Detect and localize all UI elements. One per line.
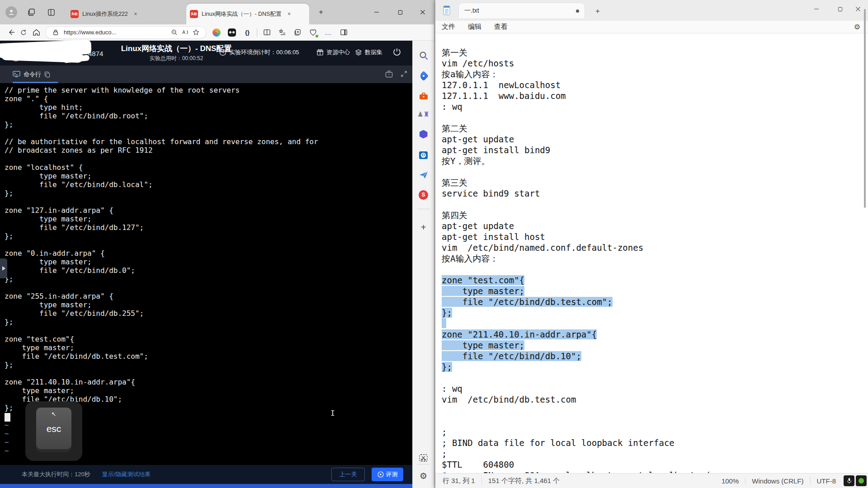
notepad-scrollbar[interactable] [864,9,866,208]
countdown-item: 实验环境倒计时：00:06:05 [219,48,299,56]
line-ending: Windows (CRLF) [745,477,810,485]
educoder-header: 4874 Linux网络实战（一）- DNS配置 实验总用时：00:00:52 … [0,41,412,66]
s-badge-icon[interactable]: S [417,188,430,202]
terminal-body: // prime the server with knowledge of th… [5,86,412,455]
notepad-line: file "/etc/bind/db.test.com"; [442,296,868,307]
dataset-icon [355,49,362,56]
games-icon[interactable]: ♟♜ [417,108,430,121]
tab-actions-icon[interactable] [45,6,57,18]
maximize-button[interactable] [393,5,407,19]
more-menu-icon[interactable]: … [321,26,335,39]
read-aloud-icon[interactable]: A [179,27,190,38]
terminal-tab[interactable]: 命令行 [13,66,50,83]
dataset-label: 数据集 [365,48,382,56]
terminal-line: }; [5,120,412,129]
workstation-number: 4874 [88,50,103,57]
shopping-icon[interactable] [417,69,430,83]
notepad-line: 第二关 [442,123,868,134]
notepad-content[interactable]: 第一关vim /etc/hosts按a输入内容：127.0.1.1 newLoc… [435,33,868,473]
add-icon[interactable]: + [417,221,430,234]
notepad-line [442,372,868,383]
terminal-line: type master; [5,172,412,180]
copy-icon[interactable] [44,71,50,78]
settings-icon[interactable]: ⚙ [417,469,430,483]
countdown-text: 实验环境倒计时：00:06:05 [229,48,299,56]
toolbox-panel-icon[interactable] [385,70,393,78]
esc-label: esc [36,421,71,436]
toggle-results-link[interactable]: 显示/隐藏测试结果 [102,470,151,479]
microsoft365-icon[interactable] [417,127,430,141]
web-capture-icon[interactable] [417,451,430,465]
favorite-star-icon[interactable] [190,27,201,38]
notepad-minimize-button[interactable] [806,0,827,18]
sidebar-toggle-icon[interactable] [337,26,350,39]
notepad-tab[interactable]: 一.txt [459,3,585,19]
notepad-line: 第三关 [442,177,868,188]
url-text[interactable]: https://www.educo... [64,29,169,36]
prev-level-button[interactable]: 上一关 [331,468,365,481]
close-button[interactable] [416,5,429,19]
notepad-line: : wq [442,101,868,112]
tab-close-icon[interactable]: × [132,10,140,18]
terminal-line [5,369,412,378]
menu-file[interactable]: 文件 [435,23,462,31]
tab-linux-os[interactable]: 头歌 Linux操作系统222 × [67,4,184,24]
lock-icon[interactable] [50,27,61,38]
new-tab-button[interactable]: + [316,7,326,18]
notepad-titlebar: 一.txt + [435,0,868,21]
menu-edit[interactable]: 编辑 [462,23,488,31]
recording-indicator-icon[interactable] [856,475,867,486]
terminal-line [5,326,412,335]
dark-extension-icon[interactable] [225,26,239,39]
search-icon[interactable] [417,49,430,62]
notepad-app-icon [443,5,451,15]
edge-sidebar: ♟♜ O S + ⚙ [412,41,434,488]
home-icon[interactable] [30,26,42,39]
toolbox-icon[interactable] [417,89,430,103]
zoom-out-icon[interactable] [169,27,179,38]
terminal-line: file "/etc/bind/db.root"; [5,112,412,120]
browser-window: 头歌 Linux操作系统222 × 头歌 Linux网络实战（一）- DNS配置… [0,0,434,488]
panel-expander-button[interactable] [0,258,7,278]
unsaved-dot-icon [576,9,579,13]
notepad-line: 按A输入内容： [442,253,868,264]
mic-indicator-icon[interactable] [844,475,854,486]
notepad-tab-title: 一.txt [464,7,479,15]
address-bar[interactable]: https://www.educo... A [45,26,206,39]
educoder-favicon: 头歌 [190,10,198,18]
notepad-line: ; BIND data file for local loopback inte… [442,437,868,448]
esc-keycap: ↖ esc [36,408,71,449]
dataset-button[interactable]: 数据集 [355,48,382,56]
outlook-icon[interactable]: O [417,148,430,162]
sidebar-divider [417,209,430,209]
menu-view[interactable]: 查看 [488,23,514,31]
notepad-line: vim /etc/bind/named.conf.default-zones [442,242,868,253]
power-button[interactable] [392,47,401,56]
fullscreen-icon[interactable] [401,70,407,77]
collections-icon[interactable] [291,26,304,39]
weather-extension-icon[interactable] [210,26,223,39]
back-icon[interactable] [5,26,17,39]
resource-center-button[interactable]: 资源中心 [316,48,350,56]
profile-avatar[interactable] [5,6,17,18]
evaluate-button[interactable]: 评测 [372,468,403,481]
notepad-line: service bind9 start [442,188,868,199]
terminal-line: zone "255.in-addr.arpa" { [5,292,412,300]
braces-extension-icon[interactable]: {} [241,26,254,39]
notepad-line [442,318,868,329]
minimize-button[interactable] [370,5,383,19]
workspaces-icon[interactable] [25,6,37,18]
notepad-new-tab-button[interactable]: + [593,6,603,16]
zoom-level[interactable]: 100% [715,477,745,485]
tab-close-icon[interactable]: × [285,10,293,18]
tab-dns-config[interactable]: 头歌 Linux网络实战（一）- DNS配置 × [186,4,309,24]
drop-icon[interactable] [417,168,430,182]
split-screen-icon[interactable] [260,26,274,39]
notepad-settings-icon[interactable]: ⚙ [854,23,860,31]
terminal-line: zone "." { [5,94,412,103]
refresh-icon[interactable] [17,26,30,39]
notepad-line: 127.1.1.1 www.baidu.com [442,90,868,101]
favorites-list-icon[interactable] [275,26,289,39]
browser-essentials-icon[interactable] [306,26,320,39]
browser-tabstrip: 头歌 Linux操作系统222 × 头歌 Linux网络实战（一）- DNS配置… [0,0,434,24]
